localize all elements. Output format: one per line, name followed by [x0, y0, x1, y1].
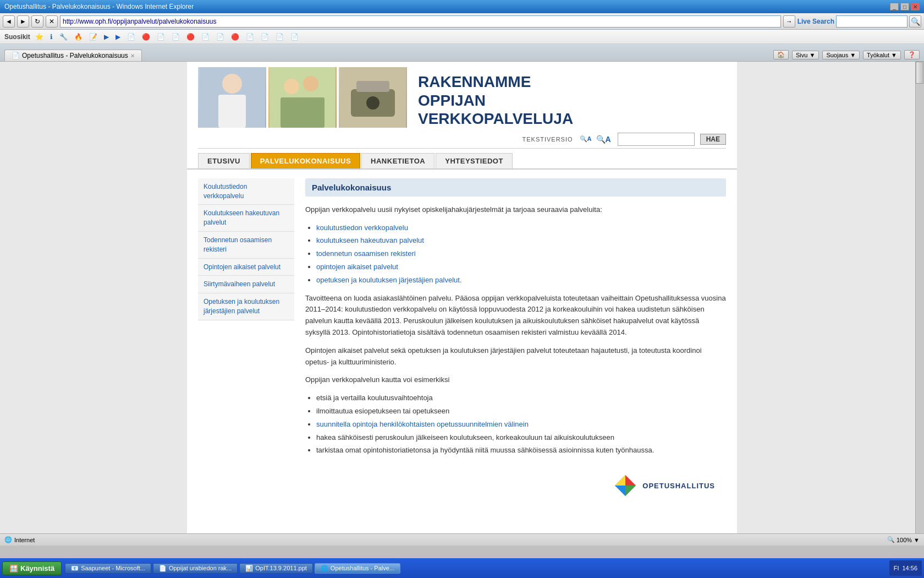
- fav-item-4[interactable]: 🔥: [73, 32, 84, 41]
- sidebar-item-todennetun[interactable]: Todennetun osaamisen rekisteri: [198, 232, 294, 259]
- fav-item-6[interactable]: ▶: [102, 32, 111, 41]
- fav-item-19[interactable]: 📄: [289, 32, 300, 41]
- site-footer-logo: OPETUSHALLITUS: [305, 463, 726, 508]
- text-decrease-button[interactable]: 🔍A: [579, 135, 593, 143]
- site-header: RAKENNAMME OPPIJAN VERKKOPALVELUJA TEKST…: [187, 62, 737, 149]
- security-button[interactable]: Suojaus ▼: [822, 51, 860, 59]
- fav-item-3[interactable]: 🔧: [58, 32, 69, 41]
- go-button[interactable]: →: [783, 15, 795, 28]
- example-link-3[interactable]: suunnitella opintoja henkilökohtaisten o…: [316, 420, 529, 428]
- fav-item-1[interactable]: ⭐: [34, 32, 45, 41]
- service-link-5[interactable]: opetuksen ja koulutuksen järjestäjien pa…: [316, 276, 462, 284]
- fav-item-5[interactable]: 📝: [87, 32, 99, 41]
- tagline-line3: VERKKOPALVELUJA: [418, 110, 573, 128]
- tab-favicon: 📄: [12, 52, 20, 59]
- site-search-button[interactable]: HAE: [700, 134, 726, 145]
- tekstiversio-link[interactable]: TEKSTIVERSIO: [522, 136, 573, 143]
- content-para3: Oppijan verkkopalvelun kautta voi esimer…: [305, 374, 726, 386]
- page-content: RAKENNAMME OPPIJAN VERKKOPALVELUJA TEKST…: [0, 62, 924, 533]
- tray-time: 14:56: [902, 565, 917, 571]
- fav-item-17[interactable]: 📄: [259, 32, 271, 41]
- zoom-label: 🔍: [887, 536, 895, 543]
- refresh-button[interactable]: ↻: [31, 15, 43, 28]
- text-increase-button[interactable]: 🔍A: [595, 135, 612, 144]
- taskbar-app-4[interactable]: 🌐 Opetushallitus - Palve...: [315, 563, 400, 574]
- sidebar-item-opintojen[interactable]: Opintojen aikaiset palvelut: [198, 259, 294, 276]
- scrollbar[interactable]: [915, 62, 924, 533]
- fav-item-8[interactable]: 📄: [125, 32, 137, 41]
- sidebar-item-koulutukseen[interactable]: Koulutukseen hakeutuvan palvelut: [198, 205, 294, 232]
- taskbar-app-3[interactable]: 📊 OpIT.13.9.2011.ppt: [239, 563, 313, 574]
- zone-label: Internet: [14, 537, 35, 543]
- tools-button[interactable]: Työkalut ▼: [863, 51, 901, 59]
- live-search-button[interactable]: 🔍: [909, 15, 921, 28]
- fav-item-12[interactable]: 🔴: [185, 32, 196, 41]
- content-para2: Opintojen aikaiset palvelut sekä opetuks…: [305, 345, 726, 368]
- taskbar-apps: 📧 Saapuneet - Microsoft... 📄 Oppijat ura…: [62, 563, 889, 574]
- svg-point-5: [303, 76, 318, 91]
- nav-item-yhteystiedot[interactable]: YHTEYSTIEDOT: [436, 153, 513, 168]
- svg-point-4: [284, 79, 299, 94]
- sidebar-item-koulutustiedon[interactable]: Koulutustiedon verkkopalvelu: [198, 178, 294, 205]
- hero-image-1: [198, 67, 266, 128]
- scrollbar-thumb[interactable]: [916, 62, 923, 84]
- forward-button[interactable]: ►: [17, 15, 29, 28]
- sidebar-item-siirtymavaiheen[interactable]: Siirtymävaiheen palvelut: [198, 276, 294, 293]
- live-search-input[interactable]: [836, 15, 908, 28]
- service-link-4[interactable]: opintojen aikaiset palvelut: [316, 263, 398, 271]
- fav-item-16[interactable]: 📄: [244, 32, 256, 41]
- address-bar[interactable]: [60, 15, 781, 28]
- app3-label: OpIT.13.9.2011.ppt: [255, 565, 307, 571]
- zoom-value: 100%: [897, 537, 912, 543]
- nav-item-etusivu[interactable]: ETUSIVU: [198, 153, 250, 168]
- fav-item-14[interactable]: 📄: [215, 32, 226, 41]
- example-item-5: tarkistaa omat opintohistoriatietonsa ja…: [316, 445, 726, 456]
- fav-item-18[interactable]: 📄: [274, 32, 285, 41]
- tab-home-button[interactable]: 🏠: [773, 50, 789, 59]
- service-item-5: opetuksen ja koulutuksen järjestäjien pa…: [316, 275, 726, 286]
- fav-item-11[interactable]: 📄: [170, 32, 182, 41]
- tab-close-button[interactable]: ✕: [130, 53, 135, 59]
- site-search-input[interactable]: [618, 133, 695, 146]
- minimize-button[interactable]: _: [890, 3, 899, 10]
- content-title: Palvelukokonaisuus: [305, 178, 726, 197]
- zoom-dropdown-icon[interactable]: ▼: [914, 537, 920, 543]
- fav-item-10[interactable]: 📄: [155, 32, 167, 41]
- maximize-button[interactable]: □: [900, 3, 909, 10]
- back-button[interactable]: ◄: [3, 15, 15, 28]
- service-link-3[interactable]: todennetun osaamisen rekisteri: [316, 249, 416, 258]
- nav-item-hanketietoa[interactable]: HANKETIETOA: [361, 153, 435, 168]
- svg-rect-6: [280, 97, 324, 128]
- browser-statusbar: 🌐 Internet 🔍 100% ▼: [0, 533, 924, 546]
- tagline-line1: RAKENNAMME: [418, 73, 573, 91]
- stop-button[interactable]: ✕: [46, 15, 58, 28]
- sidebar-item-opetuksen[interactable]: Opetuksen ja koulutuksen järjestäjien pa…: [198, 293, 294, 320]
- content-body: Oppijan verkkopalvelu uusii nykyiset opi…: [305, 204, 726, 456]
- nav-item-palvelukokonaisuus[interactable]: PALVELUKOKONAISUUS: [251, 153, 360, 168]
- main-layout: Koulutustiedon verkkopalvelu Koulutuksee…: [187, 170, 737, 517]
- fav-item-2[interactable]: ℹ: [48, 32, 54, 41]
- logo-diamond-svg: [614, 474, 637, 497]
- active-tab[interactable]: 📄 Opetushallitus - Palvelukokonaisuus ✕: [4, 50, 142, 61]
- app1-icon: 📧: [71, 565, 79, 572]
- taskbar-app-1[interactable]: 📧 Saapuneet - Microsoft...: [65, 563, 151, 574]
- titlebar-controls: _ □ ✕: [890, 3, 920, 10]
- app4-label: Opetushallitus - Palve...: [331, 565, 394, 571]
- service-link-1[interactable]: koulutustiedon verkkopalvelu: [316, 223, 408, 232]
- hero-image-2: [268, 67, 337, 128]
- page-button[interactable]: Sivu ▼: [792, 51, 819, 59]
- help-button[interactable]: ❓: [904, 50, 920, 59]
- fav-item-15[interactable]: 🔴: [229, 32, 241, 41]
- taskbar-app-2[interactable]: 📄 Oppijat urabiedon rak...: [153, 563, 238, 574]
- close-button[interactable]: ✕: [911, 3, 920, 10]
- sidebar: Koulutustiedon verkkopalvelu Koulutuksee…: [198, 178, 294, 320]
- taskbar-tray: FI 14:56: [889, 560, 922, 576]
- fav-item-7[interactable]: ▶: [114, 32, 122, 41]
- svg-marker-12: [625, 475, 636, 486]
- service-link-2[interactable]: koulutukseen hakeutuvan palvelut: [316, 236, 424, 244]
- fav-item-9[interactable]: 🔴: [140, 32, 152, 41]
- browser-title: Opetushallitus - Palvelukokonaisuus - Wi…: [4, 3, 194, 10]
- fav-item-13[interactable]: 📄: [200, 32, 211, 41]
- start-button[interactable]: 🪟 Käynnistä: [2, 561, 62, 575]
- start-label: Käynnistä: [20, 564, 54, 572]
